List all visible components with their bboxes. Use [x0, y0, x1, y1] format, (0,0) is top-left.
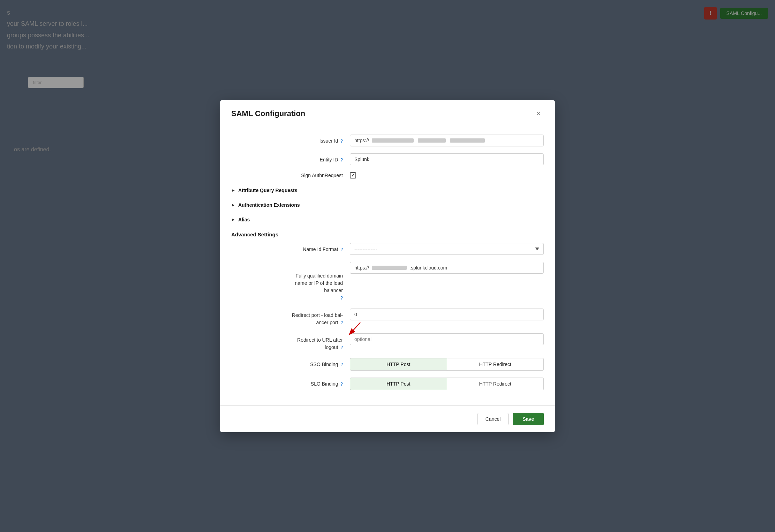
modal-body: Issuer Id ? https:// Entity ID ?	[220, 126, 555, 405]
slo-http-post-button[interactable]: HTTP Post	[350, 378, 447, 390]
redirect-url-control	[350, 333, 544, 345]
issuer-id-input[interactable]: https://	[350, 135, 544, 146]
sign-authn-checkbox[interactable]	[350, 172, 356, 178]
saml-config-modal: SAML Configuration × Issuer Id ? https:/…	[220, 100, 555, 432]
alias-section: ► Alias	[231, 215, 544, 225]
fqdn-label: Fully qualified domainname or IP of the …	[231, 262, 350, 302]
attribute-query-section: ► Attribute Query Requests	[231, 185, 544, 195]
modal-overlay: SAML Configuration × Issuer Id ? https:/…	[0, 0, 775, 532]
name-id-format-control: --------------	[350, 243, 544, 255]
redirect-url-input[interactable]	[350, 333, 544, 345]
fqdn-help-icon[interactable]: ?	[340, 296, 343, 301]
sign-authn-control	[350, 172, 356, 178]
fqdn-row: Fully qualified domainname or IP of the …	[231, 262, 544, 302]
sso-binding-control: HTTP Post HTTP Redirect	[350, 358, 544, 371]
slo-binding-row: SLO Binding ? HTTP Post HTTP Redirect	[231, 378, 544, 390]
sso-binding-label: SSO Binding ?	[231, 358, 350, 368]
name-id-format-help-icon[interactable]: ?	[340, 247, 343, 252]
slo-binding-control: HTTP Post HTTP Redirect	[350, 378, 544, 390]
entity-id-row: Entity ID ?	[231, 153, 544, 165]
modal-header: SAML Configuration ×	[220, 100, 555, 126]
attribute-query-title: Attribute Query Requests	[238, 188, 298, 193]
entity-id-input[interactable]	[350, 153, 544, 165]
alias-title: Alias	[238, 217, 250, 222]
auth-extensions-section: ► Authentication Extensions	[231, 200, 544, 210]
auth-extensions-header[interactable]: ► Authentication Extensions	[231, 200, 544, 210]
redirect-url-help-icon[interactable]: ?	[340, 345, 343, 350]
cancel-button[interactable]: Cancel	[477, 413, 509, 425]
sign-authn-label: Sign AuthnRequest	[231, 173, 350, 178]
sign-authn-row: Sign AuthnRequest	[231, 172, 544, 178]
svg-line-0	[350, 322, 360, 334]
fqdn-control: https:// .splunkcloud.com	[350, 262, 544, 274]
name-id-format-select[interactable]: --------------	[350, 243, 544, 255]
alias-arrow: ►	[231, 217, 235, 222]
issuer-id-help-icon[interactable]: ?	[340, 139, 343, 144]
blur-3	[450, 138, 485, 143]
blur-2	[418, 138, 446, 143]
blur-1	[372, 138, 414, 143]
save-button[interactable]: Save	[513, 413, 544, 425]
advanced-settings-title: Advanced Settings	[231, 231, 544, 237]
issuer-id-control: https://	[350, 135, 544, 146]
issuer-id-label: Issuer Id ?	[231, 135, 350, 145]
attribute-query-header[interactable]: ► Attribute Query Requests	[231, 185, 544, 195]
redirect-port-input[interactable]	[350, 309, 544, 320]
sso-http-post-button[interactable]: HTTP Post	[350, 358, 447, 371]
attribute-query-arrow: ►	[231, 188, 235, 193]
modal-title: SAML Configuration	[231, 109, 305, 118]
issuer-id-row: Issuer Id ? https://	[231, 135, 544, 146]
modal-footer: Cancel Save	[220, 405, 555, 432]
entity-id-help-icon[interactable]: ?	[340, 158, 343, 162]
slo-http-redirect-button[interactable]: HTTP Redirect	[447, 378, 544, 390]
alias-header[interactable]: ► Alias	[231, 215, 544, 225]
auth-extensions-arrow: ►	[231, 203, 235, 207]
redirect-port-label: Redirect port - load bal-ancer port ?	[231, 309, 350, 326]
sso-binding-group: HTTP Post HTTP Redirect	[350, 358, 544, 371]
slo-binding-help-icon[interactable]: ?	[340, 382, 343, 387]
redirect-url-label: Redirect to URL afterlogout ?	[231, 333, 350, 351]
name-id-format-row: Name Id Format ? --------------	[231, 243, 544, 255]
red-arrow-annotation	[343, 321, 364, 338]
fqdn-input[interactable]: https:// .splunkcloud.com	[350, 262, 544, 274]
slo-binding-group: HTTP Post HTTP Redirect	[350, 378, 544, 390]
fqdn-blur	[372, 266, 407, 270]
auth-extensions-title: Authentication Extensions	[238, 202, 300, 208]
redirect-url-row: Redirect to URL afterlogout ?	[231, 333, 544, 351]
sso-http-redirect-button[interactable]: HTTP Redirect	[447, 358, 544, 371]
name-id-format-label: Name Id Format ?	[231, 243, 350, 253]
redirect-port-row: Redirect port - load bal-ancer port ?	[231, 309, 544, 326]
entity-id-control	[350, 153, 544, 165]
sso-binding-help-icon[interactable]: ?	[340, 362, 343, 367]
redirect-port-control	[350, 309, 544, 320]
sso-binding-row: SSO Binding ? HTTP Post HTTP Redirect	[231, 358, 544, 371]
slo-binding-label: SLO Binding ?	[231, 378, 350, 388]
redirect-port-help-icon[interactable]: ?	[340, 320, 343, 325]
close-button[interactable]: ×	[534, 108, 544, 119]
entity-id-label: Entity ID ?	[231, 153, 350, 164]
